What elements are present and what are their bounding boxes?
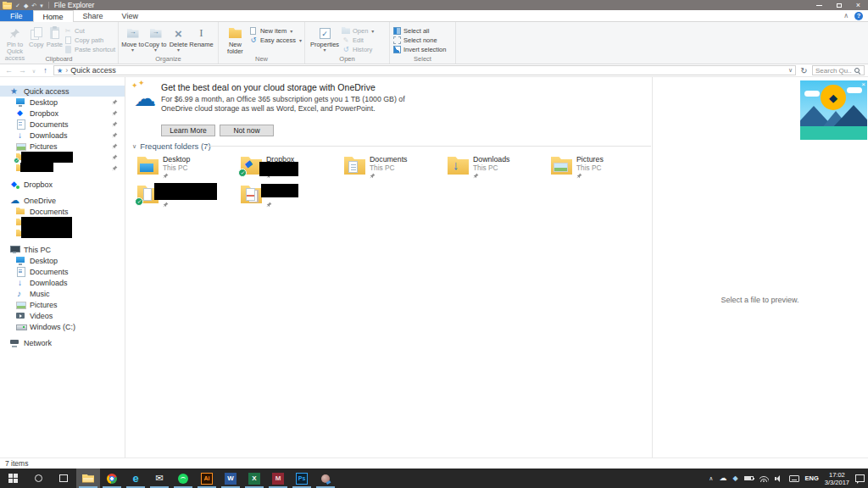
sidebar-item[interactable]: Videos	[0, 310, 125, 321]
easy-access-button[interactable]: ↺Easy access	[249, 36, 302, 44]
sidebar-item[interactable]: Music	[0, 288, 125, 299]
folder-tile[interactable]: Pictures This PC	[551, 154, 654, 182]
collapse-ribbon-icon[interactable]: ∧	[843, 12, 849, 19]
taskbar-app-button[interactable]: X	[242, 469, 266, 488]
folder-tile[interactable]: Desktop This PC	[137, 154, 241, 182]
folder-tile[interactable]: Downloads This PC	[448, 154, 551, 182]
back-button[interactable]: ←	[3, 66, 14, 75]
copy-button[interactable]: Copy	[27, 24, 45, 48]
minimize-button[interactable]	[810, 0, 829, 10]
tab-home[interactable]: Home	[33, 10, 74, 22]
paste-button[interactable]: Paste	[46, 24, 64, 48]
breadcrumb-location[interactable]: Quick access	[70, 66, 116, 75]
tab-file[interactable]: File	[0, 10, 33, 21]
cortana-search-button[interactable]	[25, 469, 51, 488]
help-icon[interactable]: ?	[854, 12, 863, 20]
taskbar-app-button[interactable]: W	[219, 469, 242, 488]
sidebar-item[interactable]: Quick access	[0, 86, 125, 97]
battery-icon[interactable]	[744, 476, 754, 480]
not-now-button[interactable]: Not now	[220, 125, 274, 136]
volume-icon[interactable]	[775, 475, 783, 482]
maximize-button[interactable]	[829, 0, 849, 10]
language-indicator[interactable]: ENG	[805, 474, 819, 482]
action-center-icon[interactable]	[855, 474, 865, 482]
taskbar-app-button[interactable]	[76, 469, 100, 488]
sidebar-item[interactable]: Windows (C:)	[0, 321, 125, 332]
address-dropdown-chevron[interactable]: ∨	[788, 67, 793, 74]
ad-close-icon[interactable]: ×	[861, 80, 865, 88]
onedrive-tray-icon[interactable]: ☁	[719, 469, 726, 488]
folder-tile[interactable]	[137, 183, 241, 211]
sidebar-item[interactable]	[0, 228, 125, 239]
sidebar-item[interactable]: Documents	[0, 266, 125, 277]
folder-tile[interactable]: Dropbox	[241, 154, 344, 182]
search-box[interactable]: Search Qu...	[812, 65, 865, 75]
taskbar-app-button[interactable]: e	[124, 469, 147, 488]
sidebar-item[interactable]: Pictures	[0, 141, 125, 152]
folder-tile[interactable]: Documents This PC	[344, 154, 448, 182]
open-button[interactable]: Open	[342, 26, 374, 35]
new-item-button[interactable]: New item	[249, 26, 302, 35]
sidebar-item[interactable]: Desktop	[0, 255, 125, 266]
taskbar-app-button[interactable]	[314, 469, 337, 488]
touch-keyboard-icon[interactable]	[789, 475, 799, 482]
sidebar-item[interactable]: Dropbox	[0, 179, 125, 190]
address-field[interactable]: ★ › Quick access ∨	[53, 65, 796, 75]
sidebar-item[interactable]	[0, 217, 125, 228]
dropbox-tray-icon[interactable]: ◆	[732, 469, 737, 488]
sidebar-item[interactable]	[0, 163, 125, 174]
cut-button[interactable]: ✂Cut	[64, 26, 115, 35]
paste-shortcut-button[interactable]: Paste shortcut	[64, 45, 115, 53]
wifi-icon[interactable]	[760, 475, 769, 482]
taskbar-app-button[interactable]: Ps	[290, 469, 314, 488]
sidebar-item[interactable]	[0, 152, 125, 163]
sidebar-item[interactable]: Documents	[0, 206, 125, 217]
copy-path-button[interactable]: Copy path	[64, 36, 115, 44]
recent-locations-chevron[interactable]: ∨	[31, 68, 37, 74]
taskbar-app-button[interactable]	[171, 469, 195, 488]
qat-undo-icon[interactable]: ↶	[31, 2, 36, 9]
folder-tile[interactable]	[241, 183, 344, 211]
close-button[interactable]: ×	[849, 0, 868, 10]
copy-to-button[interactable]: Copy to▾	[144, 24, 167, 53]
tab-share[interactable]: Share	[74, 10, 113, 21]
sidebar-item[interactable]: Network	[0, 337, 125, 348]
select-none-button[interactable]: Select none	[392, 36, 446, 44]
delete-button[interactable]: × Delete▾	[167, 24, 190, 53]
clock[interactable]: 17:02 3/3/2017	[825, 471, 849, 486]
sidebar-item[interactable]: Desktop	[0, 97, 125, 108]
new-folder-button[interactable]: New folder	[221, 24, 249, 55]
history-button[interactable]: ↺History	[342, 45, 374, 53]
properties-button[interactable]: ✓ Properties▾	[308, 24, 342, 53]
taskbar-app-button[interactable]: ✉	[147, 469, 171, 488]
sidebar-item[interactable]: This PC	[0, 244, 125, 255]
refresh-button[interactable]: ↻	[798, 66, 810, 75]
tray-expand-chevron-icon[interactable]: ∧	[709, 469, 713, 488]
forward-button[interactable]: →	[17, 66, 28, 75]
select-all-button[interactable]: Select all	[392, 26, 446, 35]
learn-more-button[interactable]: Learn More	[161, 125, 215, 136]
qat-new-folder-icon[interactable]: ◆	[24, 2, 28, 9]
qat-properties-icon[interactable]: ✓	[15, 2, 20, 9]
edit-button[interactable]: ✎Edit	[342, 36, 374, 44]
sidebar-item[interactable]: Documents	[0, 119, 125, 130]
sidebar-item[interactable]: Downloads	[0, 277, 125, 288]
taskbar-app-button[interactable]: M	[266, 469, 290, 488]
sidebar-item[interactable]: Downloads	[0, 130, 125, 141]
taskbar-app-icon	[106, 473, 118, 485]
move-to-button[interactable]: Move to▾	[121, 24, 144, 53]
task-view-button[interactable]	[51, 469, 76, 488]
qat-customize-chevron-icon[interactable]: ▾	[40, 2, 43, 9]
taskbar-app-button[interactable]	[100, 469, 124, 488]
rename-button[interactable]: I Rename	[190, 24, 213, 48]
sidebar-item[interactable]: Pictures	[0, 299, 125, 310]
tab-view[interactable]: View	[113, 10, 147, 21]
taskbar-app-button[interactable]: Ai	[195, 469, 219, 488]
sidebar-item[interactable]: Dropbox	[0, 108, 125, 119]
frequent-folders-header[interactable]: ∨ Frequent folders (7)	[132, 141, 211, 151]
start-button[interactable]	[0, 469, 25, 488]
up-button[interactable]: ↑	[40, 66, 51, 75]
sidebar-item[interactable]: OneDrive	[0, 195, 125, 206]
ribbon-group-open: ✓ Properties▾ Open ✎Edit ↺History Open	[305, 22, 390, 64]
invert-selection-button[interactable]: Invert selection	[392, 45, 446, 53]
